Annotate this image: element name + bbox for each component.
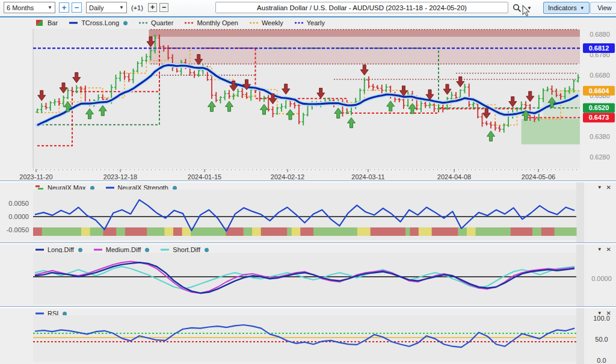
legend-item-monthly-open[interactable]: Monthly Open [184,19,238,26]
axis-label: 100.0 [593,315,610,322]
bar-legend-icon [35,19,45,26]
indicators-button-label: Indicators [548,4,577,11]
price-panel-legend: BarTCross.LongQuarterMonthly OpenWeeklyY… [35,19,325,26]
axis-label: 0.6380 [590,133,610,140]
toolbar: 6 Months ▼ + − Daily ▼ (+1) + − Australi… [0,0,616,17]
search-icon[interactable] [513,4,522,13]
axis-label: 0.0050 [8,200,29,207]
range-zoom-in-button[interactable]: + [59,2,69,13]
dash-legend-icon [184,19,194,26]
legend-item-tcross-long[interactable]: TCross.Long [69,19,128,26]
chevron-down-icon: ▼ [119,5,124,10]
symbol-title[interactable]: Australian Dollar / U.S. Dollar - AUD/US… [215,2,508,13]
legend-item-label: Quarter [151,19,173,26]
legend-item-quarter[interactable]: Quarter [138,19,173,26]
axis-label: 2023-12-18 [103,173,137,180]
axis-label: 0.6520 [589,104,609,111]
axis-label: 0.6473 [589,114,609,121]
range-zoom-out-button[interactable]: − [72,2,82,13]
line-legend-icon [69,19,78,26]
axis-label: 2023-11-20 [19,173,52,180]
axis-label: 2024-01-15 [188,173,221,180]
legend-item-label: TCross.Long [81,19,119,26]
axis-label: 0.0000 [591,275,612,282]
neuralx-panel: NeuralX.MaxNeuralX.Strength ▼ ✕ 0.00500.… [0,182,616,242]
rsi-chart-canvas[interactable]: 100.050.00.0 [0,308,616,364]
axis-label: 2024-04-08 [437,173,471,180]
axis-label: 0.6812 [589,45,609,52]
legend-item-label: Weekly [262,19,283,26]
axis-label: 2024-03-11 [351,173,384,180]
plot-background [33,253,576,304]
resistance-zone-core [149,29,581,37]
legend-item-label: Bar [48,19,58,26]
charting-application: 6 Months ▼ + − Daily ▼ (+1) + − Australi… [0,0,616,364]
legend-item-yearly[interactable]: Yearly [294,19,325,26]
shift-plus-button[interactable]: + [148,3,157,12]
legend-item-label: Monthly Open [197,19,238,26]
neuralx-max-strip [33,227,577,236]
legend-item-weekly[interactable]: Weekly [249,19,283,26]
axis-label: 0.6280 [590,153,610,161]
axis-label: 2024-05-06 [522,173,555,180]
view-button[interactable]: View [590,2,616,14]
chevron-down-icon: ▼ [580,5,585,11]
axis-label: 0.6680 [590,72,610,79]
axis-label: 2024-02-12 [271,173,304,180]
plot-background [33,315,576,362]
range-select[interactable]: 6 Months ▼ [4,2,55,13]
shift-label: (+1) [131,4,143,11]
dash-legend-icon [249,19,259,26]
period-select[interactable]: Daily ▼ [86,2,127,13]
neuralx-chart-canvas[interactable]: 0.00500.0000-0.0050 [0,182,616,242]
axis-label: 0.6880 [590,31,610,38]
period-select-value: Daily [89,4,116,11]
view-button-label: View [597,4,612,11]
legend-item-label: Yearly [307,19,325,26]
axis-label: -0.0050 [7,226,29,233]
rsi-panel: RSI ▼ ✕ 100.050.00.0 [0,308,616,364]
dash-legend-icon [294,19,304,26]
panel-scroll-strip[interactable] [576,308,584,364]
price-panel: BarTCross.LongQuarterMonthly OpenWeeklyY… [0,17,616,180]
diff-chart-canvas[interactable]: 0.0000 [0,244,616,306]
dash-legend-icon [138,19,148,26]
support-zone [522,119,580,144]
axis-label: 0.6604 [589,87,610,94]
indicators-button[interactable]: Indicators ▼ [543,2,590,14]
chevron-down-icon: ▼ [48,5,52,10]
legend-item-bar[interactable]: Bar [35,19,58,26]
range-select-value: 6 Months [7,4,45,11]
mouse-cursor [522,5,531,17]
shift-minus-button[interactable]: − [159,3,168,12]
axis-label: 0.0000 [8,213,29,220]
axis-label: 0.0 [597,357,606,364]
diff-panel: Long.DiffMedium.DiffShort.Diff ▼ ✕ 0.000… [0,244,616,306]
panel-scroll-strip[interactable] [576,182,584,242]
panel-scroll-strip[interactable] [576,244,584,306]
info-dot-icon [123,21,128,25]
main-chart-canvas[interactable]: 2023-11-202023-12-182024-01-152024-02-12… [0,29,616,180]
axis-label: 50.0 [595,336,608,343]
